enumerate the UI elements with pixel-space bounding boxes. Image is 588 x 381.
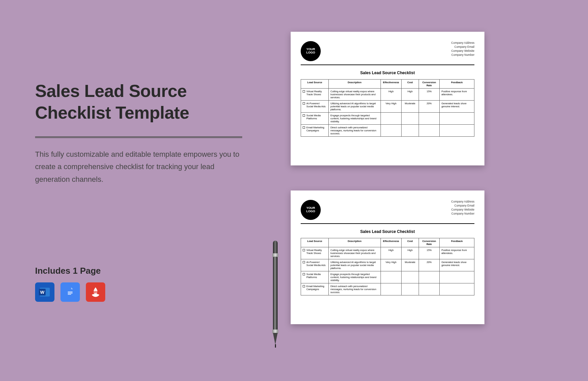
table-body-bottom: Virtual Reality Trade ShowsCutting-edge … (301, 247, 474, 295)
table-row: Email Marketing CampaignsDirect outreach… (301, 283, 474, 295)
company-info: Company Address Company Email Company We… (451, 41, 474, 57)
company-website: Company Website (451, 208, 474, 212)
company-number: Company Number (451, 53, 474, 57)
svg-text:W: W (40, 290, 44, 295)
th-feedback: Feedback (440, 238, 474, 247)
company-number: Company Number (451, 212, 474, 216)
table-row: Social Media PlatformsEngage prospects t… (301, 113, 474, 125)
word-icon: W (35, 282, 54, 302)
document-title: Sales Lead Source Checklist (301, 229, 474, 234)
left-column: Sales Lead Source Checklist Template Thi… (35, 80, 242, 185)
logo-placeholder: YOUR LOGO (301, 200, 321, 220)
table-row: Email Marketing CampaignsDirect outreach… (301, 125, 474, 137)
includes-label: Includes 1 Page (35, 266, 101, 276)
th-desc: Description (329, 238, 381, 247)
company-email: Company Email (451, 45, 474, 49)
page-title: Sales Lead Source Checklist Template (35, 80, 242, 124)
company-website: Company Website (451, 49, 474, 53)
th-cost: Cost (402, 80, 419, 89)
svg-rect-4 (68, 293, 72, 293)
page-description: This fully customizable and editable tem… (35, 148, 242, 185)
company-info: Company Address Company Email Company We… (451, 200, 474, 216)
company-address: Company Address (451, 41, 474, 45)
company-email: Company Email (451, 204, 474, 208)
th-cost: Cost (402, 238, 419, 247)
divider-double (35, 136, 242, 138)
th-eff: Effectiveness (381, 238, 401, 247)
th-conv: Conversion Rate (419, 80, 439, 89)
pen-graphic (272, 241, 278, 344)
th-conv: Conversion Rate (419, 238, 439, 247)
svg-rect-3 (68, 292, 72, 292)
document-header: YOUR LOGO Company Address Company Email … (301, 200, 474, 224)
table-row: Social Media PlatformsEngage prospects t… (301, 271, 474, 283)
checklist-table: Lead Source Description Effectiveness Co… (301, 238, 474, 295)
table-row: AI-Powered Social Media AdsUtilizing adv… (301, 101, 474, 113)
th-feedback: Feedback (440, 80, 474, 89)
document-header: YOUR LOGO Company Address Company Email … (301, 41, 474, 65)
table-row: Virtual Reality Trade ShowsCutting-edge … (301, 247, 474, 259)
table-body-top: Virtual Reality Trade ShowsCutting-edge … (301, 89, 474, 137)
th-source: Lead Source (301, 80, 329, 89)
logo-placeholder: YOUR LOGO (301, 41, 321, 61)
th-eff: Effectiveness (381, 80, 401, 89)
document-preview-top: YOUR LOGO Company Address Company Email … (291, 32, 484, 165)
svg-rect-5 (68, 294, 71, 295)
format-icons-row: W PDF (35, 282, 105, 302)
pdf-icon: PDF (86, 282, 105, 302)
checklist-table: Lead Source Description Effectiveness Co… (301, 79, 474, 137)
th-desc: Description (329, 80, 381, 89)
document-preview-bottom: YOUR LOGO Company Address Company Email … (291, 190, 484, 324)
company-address: Company Address (451, 200, 474, 204)
svg-text:PDF: PDF (94, 291, 98, 293)
th-source: Lead Source (301, 238, 329, 247)
document-title: Sales Lead Source Checklist (301, 71, 474, 75)
table-row: AI-Powered Social Media AdsUtilizing adv… (301, 259, 474, 271)
table-row: Virtual Reality Trade ShowsCutting-edge … (301, 89, 474, 101)
gdocs-icon (60, 282, 80, 302)
